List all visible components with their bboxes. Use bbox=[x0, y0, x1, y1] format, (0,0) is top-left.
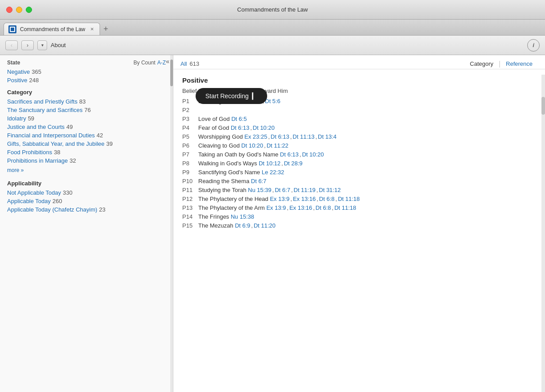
cmd-ref[interactable]: Ex 13:16 bbox=[289, 204, 312, 211]
cmd-id: P2 bbox=[182, 107, 198, 113]
cmd-ref[interactable]: Dt 5:6 bbox=[265, 98, 281, 104]
sidebar-item-sacrifices[interactable]: Sacrifices and Priestly Gifts 83 bbox=[7, 98, 166, 105]
sort-az-link[interactable]: A-Z bbox=[157, 60, 166, 66]
sort-by-count-label: By Count bbox=[133, 60, 155, 66]
more-link[interactable]: more » bbox=[7, 167, 24, 173]
tab-bar: Commandments of the Law ✕ + bbox=[0, 20, 545, 36]
cmd-ref[interactable]: Dt 6:8 bbox=[319, 196, 335, 202]
cmd-ref[interactable]: Dt 6:7 bbox=[275, 187, 290, 193]
cmd-ref[interactable]: Ex 13:9 bbox=[270, 196, 289, 202]
cmd-ref[interactable]: Dt 31:12 bbox=[319, 187, 341, 193]
tab-close-button[interactable]: ✕ bbox=[89, 26, 95, 32]
table-row: P9 Sanctifying God's Name Le 22:32 bbox=[182, 169, 536, 176]
applicable-label: Applicable Today bbox=[7, 198, 51, 204]
traffic-lights bbox=[6, 7, 32, 13]
sidebar-scrollbar-thumb bbox=[170, 60, 173, 86]
cmd-ref[interactable]: Dt 11:20 bbox=[254, 222, 276, 229]
sidebar-item-justice[interactable]: Justice and the Courts 49 bbox=[7, 124, 166, 130]
cmd-ref[interactable]: Ex 23:25 bbox=[244, 133, 267, 140]
negative-count: 365 bbox=[32, 68, 41, 75]
table-row: P6 Cleaving to God Dt 10:20 , Dt 11:22 bbox=[182, 142, 536, 149]
table-row: P2 bbox=[182, 107, 536, 113]
cmd-ref[interactable]: Dt 11:22 bbox=[267, 142, 289, 149]
table-row: P7 Taking an Oath by God's Name Dt 6:13 … bbox=[182, 151, 536, 158]
cmd-ref[interactable]: Dt 11:18 bbox=[338, 196, 360, 202]
cmd-ref[interactable]: Dt 10:20 bbox=[241, 142, 263, 149]
cmd-ref[interactable]: Dt 6:13 bbox=[280, 151, 299, 158]
cmd-id: P3 bbox=[182, 116, 198, 122]
sidebar-scrollbar[interactable] bbox=[170, 55, 173, 392]
content-scroll[interactable]: Positive Belief in God and Our Duties To… bbox=[173, 69, 545, 392]
main-content: « State By Count A-Z Negative 365 Positi… bbox=[0, 55, 545, 392]
sidebar-collapse-button[interactable]: « bbox=[166, 58, 169, 65]
cmd-ref[interactable]: Ex 13:16 bbox=[293, 196, 316, 202]
sidebar-item-negative[interactable]: Negative 365 bbox=[7, 68, 166, 75]
cmd-ref[interactable]: Ex 13:9 bbox=[266, 204, 286, 211]
idolatry-count: 59 bbox=[28, 115, 34, 122]
cmd-ref[interactable]: Dt 6:5 bbox=[231, 116, 247, 122]
cmd-ref[interactable]: Dt 11:19 bbox=[294, 187, 316, 193]
cmd-ref[interactable]: Nu 15:38 bbox=[231, 213, 254, 220]
close-button[interactable] bbox=[6, 7, 12, 13]
tab-category[interactable]: Category bbox=[465, 59, 499, 69]
cmd-ref[interactable]: Le 22:32 bbox=[262, 169, 285, 176]
cmd-id: P9 bbox=[182, 169, 198, 176]
about-label: About bbox=[51, 42, 66, 48]
maximize-button[interactable] bbox=[26, 7, 32, 13]
sidebar-item-sanctuary[interactable]: The Sanctuary and Sacrifices 76 bbox=[7, 107, 166, 113]
food-count: 38 bbox=[54, 149, 60, 156]
filter-all-link[interactable]: All bbox=[180, 60, 187, 67]
tab-reference[interactable]: Reference bbox=[501, 59, 538, 69]
cmd-ref[interactable]: Dt 6:7 bbox=[251, 178, 267, 184]
sidebar-item-not-applicable[interactable]: Not Applicable Today 330 bbox=[7, 189, 166, 196]
view-tabs: Category | Reference bbox=[465, 59, 538, 69]
cmd-ref[interactable]: Dt 10:20 bbox=[253, 124, 275, 131]
cmd-id: P12 bbox=[182, 196, 198, 202]
table-row: P13 The Phylactery of the Arm Ex 13:9 , … bbox=[182, 204, 536, 211]
minimize-button[interactable] bbox=[16, 7, 22, 13]
state-section: State By Count A-Z Negative 365 Positive… bbox=[7, 60, 166, 84]
active-tab[interactable]: Commandments of the Law ✕ bbox=[4, 23, 100, 35]
table-row: P14 The Fringes Nu 15:38 bbox=[182, 213, 536, 220]
sidebar-item-applicable[interactable]: Applicable Today 260 bbox=[7, 198, 166, 204]
cmd-id: P8 bbox=[182, 160, 198, 167]
cmd-ref[interactable]: Ex 20:2 bbox=[242, 98, 261, 104]
table-row: P4 Fear of God Dt 6:13 , Dt 10:20 bbox=[182, 124, 536, 131]
sidebar-item-applicable-chafetz[interactable]: Applicable Today (Chafetz Chayim) 23 bbox=[7, 206, 166, 213]
new-tab-button[interactable]: + bbox=[100, 23, 112, 35]
cmd-ref[interactable]: Dt 6:13 bbox=[271, 133, 289, 140]
sidebar-scroll[interactable]: State By Count A-Z Negative 365 Positive… bbox=[0, 55, 173, 392]
cmd-ref[interactable]: Dt 6:8 bbox=[316, 204, 331, 211]
food-label: Food Prohibitions bbox=[7, 149, 52, 156]
sidebar: « State By Count A-Z Negative 365 Positi… bbox=[0, 55, 173, 392]
cmd-id: P11 bbox=[182, 187, 198, 193]
sidebar-item-financial[interactable]: Financial and Interpersonal Duties 42 bbox=[7, 132, 166, 139]
cmd-ref[interactable]: Dt 11:18 bbox=[334, 204, 356, 211]
cmd-ref[interactable]: Dt 6:13 bbox=[231, 124, 249, 131]
cmd-id: P13 bbox=[182, 204, 198, 211]
financial-count: 42 bbox=[96, 132, 103, 139]
sidebar-item-food[interactable]: Food Prohibitions 38 bbox=[7, 149, 166, 156]
sidebar-item-gifts[interactable]: Gifts, Sabbatical Year, and the Jubilee … bbox=[7, 140, 166, 147]
justice-label: Justice and the Courts bbox=[7, 124, 64, 130]
info-button[interactable]: i bbox=[527, 39, 540, 52]
category-section: Category Sacrifices and Priestly Gifts 8… bbox=[7, 89, 166, 174]
sidebar-item-positive[interactable]: Positive 248 bbox=[7, 77, 166, 84]
tab-icon-inner bbox=[10, 27, 15, 32]
cmd-ref[interactable]: Dt 11:13 bbox=[293, 133, 314, 140]
cmd-ref[interactable]: Nu 15:39 bbox=[248, 187, 272, 193]
cmd-ref[interactable]: Dt 10:12 bbox=[259, 160, 281, 167]
sidebar-item-idolatry[interactable]: Idolatry 59 bbox=[7, 115, 166, 122]
cmd-ref[interactable]: Dt 13:4 bbox=[318, 133, 337, 140]
cmd-ref[interactable]: Dt 6:9 bbox=[235, 222, 250, 229]
nav-dropdown-button[interactable]: ▾ bbox=[37, 40, 47, 50]
cmd-ref[interactable]: Dt 28:9 bbox=[284, 160, 303, 167]
sidebar-item-marriage[interactable]: Prohibitions in Marriage 32 bbox=[7, 157, 166, 164]
content-scrollbar[interactable] bbox=[541, 75, 545, 392]
back-button[interactable]: ‹ bbox=[5, 40, 18, 50]
tab-label: Commandments of the Law bbox=[20, 26, 85, 32]
forward-button[interactable]: › bbox=[21, 40, 34, 50]
cmd-ref[interactable]: Dt 10:20 bbox=[302, 151, 324, 158]
cmd-id: P5 bbox=[182, 133, 198, 140]
applicable-count: 260 bbox=[52, 198, 62, 204]
